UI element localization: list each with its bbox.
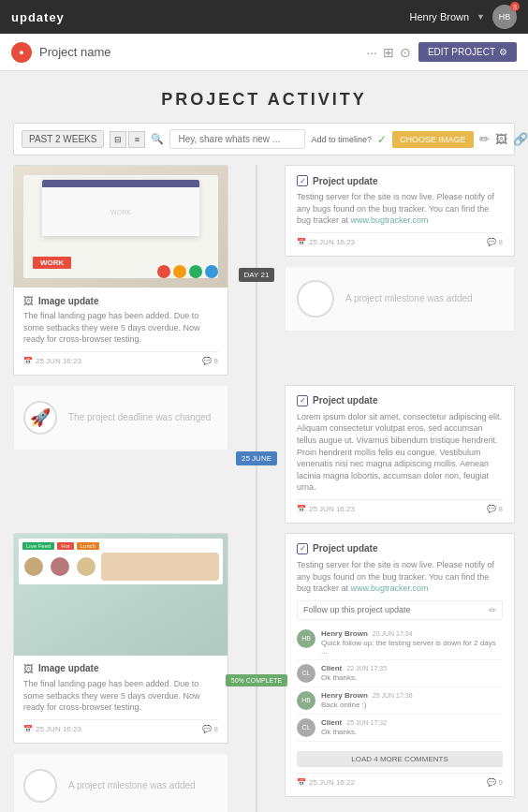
- comment-text-2: Back online :): [321, 701, 503, 709]
- grid-view-button[interactable]: ⊟: [110, 131, 126, 148]
- comment-time-0: 20 JUN 17:34: [373, 630, 413, 637]
- right-card-date-3: 📅 25 JUN 16:22: [297, 778, 355, 787]
- right-card-1: Project update Testing server for the si…: [285, 165, 515, 257]
- comment-input[interactable]: [303, 605, 485, 614]
- right-card-title-3: Project update: [313, 543, 377, 554]
- choose-image-button[interactable]: CHOOSE IMAGE: [392, 131, 474, 148]
- right-card-link-1[interactable]: www.bugtracker.com: [351, 215, 429, 225]
- add-timeline-label: Add to timeline?: [311, 135, 372, 144]
- project-name: Project name: [39, 45, 359, 59]
- comment-list: HB Henry Brown 20 JUN 17:34 Quick follow…: [297, 626, 503, 742]
- load-more-button[interactable]: LOAD 4 MORE COMMENTS: [297, 751, 503, 767]
- card-title-2: Image update: [38, 663, 98, 673]
- right-card-date-1: 📅 25 JUN 16:23: [297, 238, 355, 246]
- card-comments-1: 💬 8: [202, 357, 218, 365]
- comment-author-3: Client: [321, 718, 342, 727]
- right-card-date-2: 📅 25 JUN 16:23: [297, 505, 355, 513]
- milestone-card-deadline: 🚀 The project deadline was changed: [13, 385, 228, 450]
- timeline-segment-1: WORK WORK 🖼 Image update The f: [13, 165, 515, 385]
- calendar-icon-2: 📅: [23, 725, 33, 733]
- comment-item-0: HB Henry Brown 20 JUN 17:34 Quick follow…: [297, 626, 503, 660]
- seg-right-1: Project update Testing server for the si…: [275, 165, 515, 385]
- image-icon[interactable]: 🖼: [495, 132, 507, 146]
- milestone-text-2: A project milestone was added: [68, 780, 196, 790]
- right-card-comments-1: 💬 8: [487, 238, 503, 246]
- right-card-comments-3: 💬 9: [487, 778, 503, 787]
- more-icon[interactable]: ···: [366, 45, 377, 60]
- milestone-rocket-circle: 🚀: [23, 401, 57, 435]
- comment-icon-r3: 💬: [487, 778, 496, 787]
- check-box-icon-3: [297, 543, 308, 554]
- comment-content-0: Henry Brown 20 JUN 17:34 Quick follow up…: [321, 629, 503, 656]
- seg-right-3: Project update Testing server for the si…: [275, 533, 515, 812]
- search-icon: 🔍: [151, 133, 164, 145]
- image-card-icon-2: 🖼: [23, 663, 34, 674]
- share-input[interactable]: [169, 129, 305, 149]
- comment-content-1: Client 22 JUN 17:35 Ok thanks.: [321, 664, 503, 682]
- card-image-placeholder-1: WORK WORK: [14, 166, 227, 288]
- right-card-comments: Project update Testing server for the si…: [285, 533, 515, 797]
- app-logo: updatey: [11, 10, 65, 24]
- seg-right-2: Project update Lorem ipsum dolor sit ame…: [275, 385, 515, 533]
- card-body-1: 🖼 Image update The final landing page ha…: [14, 288, 227, 375]
- comment-item-3: CL Client 25 JUN 17:32 Ok thanks.: [297, 715, 503, 742]
- right-card-footer-2: 📅 25 JUN 16:23 💬 8: [297, 499, 503, 513]
- right-card-link-3[interactable]: www.bugtracker.com: [351, 583, 429, 593]
- card-text-1: The final landing page has been added. D…: [23, 310, 218, 346]
- comment-time-3: 25 JUN 17:32: [346, 719, 387, 726]
- card-comments-2: 💬 8: [202, 725, 218, 733]
- right-card-comments-2: 💬 8: [487, 505, 503, 513]
- calendar-icon-r1: 📅: [297, 238, 306, 246]
- seg-left-3: Live Feed Hot Lunch �: [13, 533, 238, 812]
- edit-icon[interactable]: ✏: [479, 132, 490, 146]
- time-filter-button[interactable]: PAST 2 WEEKS: [22, 130, 104, 148]
- timeline-segment-3: Live Feed Hot Lunch �: [13, 533, 515, 812]
- comment-item-2: HB Henry Brown 25 JUN 17:36 Back online …: [297, 687, 503, 715]
- comment-icon-2: 💬: [202, 725, 212, 733]
- user-name: Henry Brown: [410, 11, 470, 22]
- img-screen: WORK: [42, 180, 199, 236]
- right-card-footer-1: 📅 25 JUN 16:23 💬 8: [297, 232, 503, 246]
- seg-mid-2: 25 JUNE: [238, 385, 275, 533]
- action-icons: ✏ 🖼 🔗: [479, 132, 528, 146]
- milestone-circle-left-2: [23, 769, 57, 803]
- list-view-button[interactable]: ≡: [128, 131, 145, 148]
- milestone-card-2: A project milestone was added: [13, 753, 228, 812]
- milestone-circle-1: [297, 280, 334, 317]
- comment-avatar-2: HB: [297, 691, 315, 710]
- comment-avatar-1: CL: [297, 664, 315, 683]
- right-card-text-1: Testing server for the site is now live.…: [297, 191, 503, 227]
- calendar-icon-r3: 📅: [297, 778, 306, 787]
- chevron-down-icon[interactable]: ▼: [477, 12, 485, 22]
- project-bar: ● Project name ··· ⊞ ⊙ EDIT PROJECT ⚙: [0, 34, 528, 71]
- comment-text-3: Ok thanks.: [321, 728, 503, 736]
- card-footer-1: 📅 25 JUN 16:23 💬 8: [23, 351, 218, 367]
- work-badge: WORK: [33, 257, 71, 269]
- right-card-footer-3: 📅 25 JUN 16:22 💬 9: [297, 773, 503, 787]
- grid-icon[interactable]: ⊞: [383, 45, 394, 60]
- color-chips: [157, 265, 218, 278]
- link-icon[interactable]: 🔗: [513, 132, 528, 146]
- seg-mid-3: 50% COMPLETE: [238, 533, 275, 812]
- comment-input-row: ✏: [297, 600, 503, 620]
- card-body-2: 🖼 Image update The final landing page ha…: [14, 656, 227, 743]
- avatar[interactable]: HB 3: [492, 5, 517, 29]
- comment-edit-icon: ✏: [489, 605, 496, 615]
- card-image-1: WORK WORK 🖼 Image update The f: [13, 165, 228, 376]
- comment-text-0: Quick follow up: the testing server is d…: [321, 639, 503, 656]
- comment-icon: 💬: [202, 357, 212, 365]
- grid-toggle: ⊟ ≡: [110, 131, 145, 148]
- milestone-text-deadline: The project deadline was changed: [68, 412, 211, 422]
- card-text-2: The final landing page has been added. D…: [23, 678, 218, 714]
- settings-icon[interactable]: ⊙: [400, 45, 411, 60]
- edit-project-button[interactable]: EDIT PROJECT ⚙: [418, 42, 517, 62]
- comment-icon-r1: 💬: [487, 238, 496, 246]
- milestone-right-1: A project milestone was added: [285, 266, 515, 332]
- page-title: PROJECT ACTIVITY: [0, 71, 528, 123]
- card-title-1: Image update: [38, 296, 98, 306]
- right-card-text-3: Testing server for the site is now live.…: [297, 559, 503, 595]
- june-label: 25 JUNE: [236, 451, 277, 465]
- comment-content-3: Client 25 JUN 17:32 Ok thanks.: [321, 718, 503, 736]
- seg-left-1: WORK WORK 🖼 Image update The f: [13, 165, 238, 385]
- rocket-icon: 🚀: [30, 407, 51, 428]
